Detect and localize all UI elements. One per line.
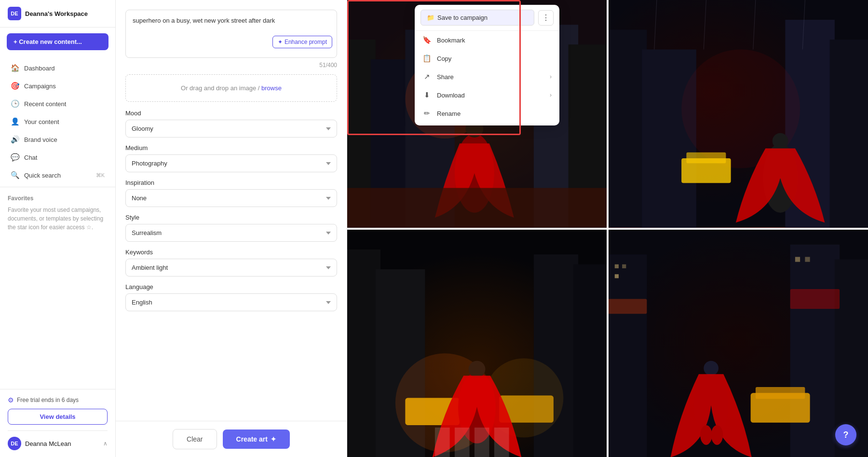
save-to-campaign-button[interactable]: 📁 Save to campaign	[420, 10, 534, 26]
svg-rect-46	[615, 264, 619, 268]
enhance-label: Enhance prompt	[285, 39, 327, 45]
sidebar-item-your-content[interactable]: 👤 Your content	[3, 113, 112, 130]
svg-rect-47	[622, 264, 626, 268]
keywords-select[interactable]: Ambient light	[125, 259, 337, 277]
image-bottom-right[interactable]	[609, 230, 868, 457]
svg-point-58	[711, 425, 723, 444]
context-menu-rename[interactable]: ✏ Rename	[415, 104, 559, 123]
rename-label: Rename	[437, 110, 552, 117]
context-menu: 📁 Save to campaign ⋮ 🔖 Bookmark 📋 Copy	[415, 5, 559, 125]
share-icon: ↗	[422, 72, 431, 81]
svg-point-20	[773, 133, 788, 149]
upload-area[interactable]: Or drag and drop an image / browse	[125, 74, 337, 102]
keyboard-shortcut: ⌘K	[96, 172, 105, 179]
inspiration-label: Inspiration	[125, 179, 337, 186]
mood-label: Mood	[125, 110, 337, 117]
svg-rect-44	[790, 244, 840, 457]
sidebar-item-label: Your content	[24, 118, 59, 125]
rename-icon: ✏	[422, 109, 431, 118]
more-options-button[interactable]: ⋮	[538, 10, 554, 26]
svg-rect-51	[790, 289, 840, 309]
inspiration-field-group: Inspiration None	[125, 179, 337, 207]
brand-voice-icon: 🔊	[11, 135, 19, 144]
sidebar-item-chat[interactable]: 💬 Chat	[3, 149, 112, 166]
sidebar-item-dashboard[interactable]: 🏠 Dashboard	[3, 59, 112, 77]
save-to-campaign-label: Save to campaign	[437, 14, 488, 21]
svg-rect-40	[475, 428, 489, 457]
svg-rect-22	[686, 152, 726, 164]
language-field-group: Language English	[125, 283, 337, 311]
workspace-avatar: DE	[8, 7, 21, 20]
sidebar: DE Deanna's Workspace + Create new conte…	[0, 0, 116, 457]
sidebar-item-campaigns[interactable]: 🎯 Campaigns	[3, 77, 112, 95]
create-new-content-button[interactable]: + Create new content...	[7, 33, 108, 50]
svg-point-56	[704, 360, 719, 375]
char-count: 51/400	[116, 60, 347, 74]
create-art-icon: ✦	[271, 435, 276, 443]
svg-rect-49	[795, 257, 800, 262]
upload-text: Or drag and drop an image /	[181, 84, 261, 92]
image-top-right[interactable]	[609, 0, 868, 228]
copy-label: Copy	[437, 55, 552, 62]
context-menu-bookmark[interactable]: 🔖 Bookmark	[415, 31, 559, 49]
svg-rect-50	[805, 257, 810, 262]
svg-rect-14	[609, 30, 647, 228]
divider	[0, 187, 115, 187]
image-bottom-left[interactable]	[347, 230, 607, 457]
form-fields: Mood Gloomy Medium Photography Inspirati…	[116, 110, 347, 421]
download-label: Download	[437, 92, 544, 99]
sidebar-item-label: Brand voice	[24, 136, 57, 143]
download-arrow-icon: ›	[550, 92, 552, 98]
style-select[interactable]: Surrealism	[125, 224, 337, 242]
prompt-area: ✦ Enhance prompt	[116, 0, 347, 60]
chat-icon: 💬	[11, 153, 19, 162]
svg-rect-38	[435, 428, 450, 457]
create-art-button[interactable]: Create art ✦	[223, 429, 290, 449]
svg-rect-12	[347, 188, 607, 228]
campaigns-icon: 🎯	[11, 82, 19, 90]
action-bar: Clear Create art ✦	[116, 421, 347, 457]
share-label: Share	[437, 73, 544, 81]
bookmark-icon: 🔖	[422, 36, 431, 44]
browse-link[interactable]: browse	[261, 84, 282, 92]
user-row: DE Deanna McLean ∧	[8, 430, 108, 450]
sidebar-header: DE Deanna's Workspace	[0, 0, 115, 28]
svg-rect-28	[347, 249, 380, 457]
context-menu-download[interactable]: ⬇ Download ›	[415, 86, 559, 104]
inspiration-select[interactable]: None	[125, 189, 337, 207]
bookmark-label: Bookmark	[437, 37, 552, 44]
mood-select[interactable]: Gloomy	[125, 120, 337, 138]
svg-rect-39	[455, 428, 470, 457]
medium-field-group: Medium Photography	[125, 144, 337, 172]
sidebar-item-quick-search[interactable]: 🔍 Quick search ⌘K	[3, 166, 112, 184]
language-label: Language	[125, 283, 337, 291]
style-label: Style	[125, 214, 337, 221]
prompt-input[interactable]	[125, 10, 337, 58]
user-info: DE Deanna McLean	[8, 437, 71, 450]
svg-rect-43	[609, 254, 647, 457]
svg-point-37	[469, 360, 486, 377]
svg-rect-31	[573, 264, 607, 457]
favorites-section: Favorites Favorite your most used campai…	[0, 190, 115, 236]
clear-button[interactable]: Clear	[173, 429, 217, 449]
your-content-icon: 👤	[11, 117, 19, 126]
svg-rect-17	[830, 40, 868, 228]
medium-select[interactable]: Photography	[125, 154, 337, 172]
context-menu-share[interactable]: ↗ Share ›	[415, 68, 559, 86]
enhance-prompt-button[interactable]: ✦ Enhance prompt	[272, 36, 332, 48]
context-menu-container: 📁 Save to campaign ⋮ 🔖 Bookmark 📋 Copy	[415, 5, 559, 125]
context-menu-copy[interactable]: 📋 Copy	[415, 49, 559, 68]
help-button[interactable]: ?	[835, 424, 856, 445]
view-details-button[interactable]: View details	[8, 409, 108, 425]
sidebar-item-recent[interactable]: 🕒 Recent content	[3, 95, 112, 112]
more-icon: ⋮	[542, 13, 550, 22]
main-panel: ✦ Enhance prompt 51/400 Or drag and drop…	[116, 0, 347, 457]
chevron-up-icon[interactable]: ∧	[103, 440, 108, 447]
context-menu-top-bar: 📁 Save to campaign ⋮	[415, 10, 559, 31]
trial-icon: ⚙	[8, 396, 14, 404]
trial-label: Free trial ends in 6 days	[17, 397, 79, 403]
language-select[interactable]: English	[125, 293, 337, 311]
sidebar-item-brand-voice[interactable]: 🔊 Brand voice	[3, 131, 112, 148]
sidebar-footer: ⚙ Free trial ends in 6 days View details…	[0, 389, 115, 457]
trial-info: ⚙ Free trial ends in 6 days	[8, 396, 108, 404]
